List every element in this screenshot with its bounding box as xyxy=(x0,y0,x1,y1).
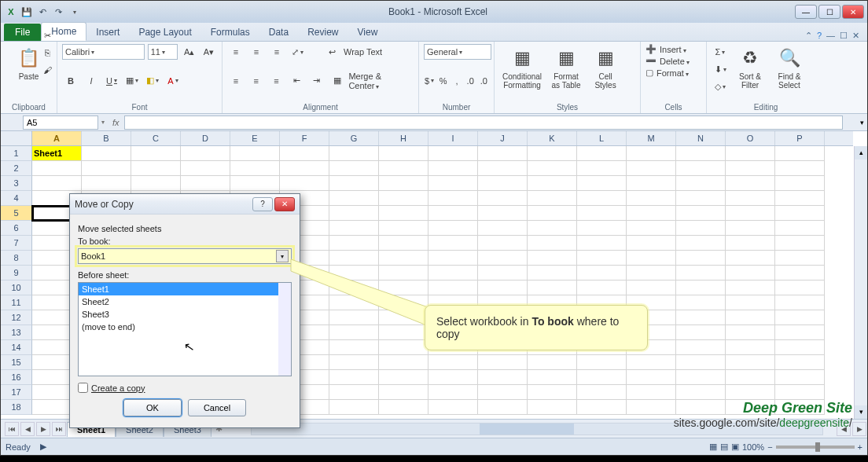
cell[interactable] xyxy=(230,176,280,191)
view-normal-icon[interactable]: ▦ xyxy=(709,442,717,452)
align-top-icon[interactable]: ≡ xyxy=(227,44,245,60)
cell[interactable] xyxy=(726,325,775,340)
cell[interactable] xyxy=(726,340,775,355)
zoom-in-icon[interactable]: + xyxy=(858,442,862,452)
expand-formula-icon[interactable]: ▾ xyxy=(857,119,867,126)
cell[interactable] xyxy=(181,146,230,161)
cell[interactable] xyxy=(528,251,577,266)
cell[interactable] xyxy=(577,236,627,251)
cell[interactable] xyxy=(478,385,528,400)
sort-filter-button[interactable]: ♻Sort & Filter xyxy=(732,44,768,91)
cell[interactable] xyxy=(329,385,379,400)
cell[interactable] xyxy=(775,370,825,385)
doc-restore-icon[interactable]: ☐ xyxy=(840,31,848,41)
ok-button[interactable]: OK xyxy=(123,399,182,416)
cell[interactable] xyxy=(478,355,528,370)
cell[interactable] xyxy=(726,310,775,325)
cell[interactable] xyxy=(428,221,478,236)
cell[interactable] xyxy=(627,251,676,266)
cell[interactable] xyxy=(379,236,428,251)
cell[interactable] xyxy=(775,266,825,280)
cell[interactable] xyxy=(726,191,775,206)
clear-icon[interactable]: ◇ xyxy=(712,79,729,94)
percent-icon[interactable]: % xyxy=(438,73,448,89)
italic-button[interactable]: I xyxy=(83,73,100,89)
column-header[interactable]: K xyxy=(528,131,577,145)
cell[interactable] xyxy=(577,221,627,236)
cell[interactable] xyxy=(627,146,676,161)
cell[interactable] xyxy=(676,355,726,370)
decrease-indent-icon[interactable]: ⇤ xyxy=(288,73,305,89)
row-header[interactable]: 13 xyxy=(1,325,32,340)
cell[interactable] xyxy=(528,221,577,236)
cell[interactable] xyxy=(528,355,577,370)
name-box[interactable]: A5 xyxy=(23,116,98,130)
decrease-decimal-icon[interactable]: .0 xyxy=(479,73,489,89)
align-bottom-icon[interactable]: ≡ xyxy=(268,44,285,60)
cell[interactable] xyxy=(775,161,825,176)
row-header[interactable]: 18 xyxy=(1,400,32,415)
file-tab[interactable]: File xyxy=(4,24,41,41)
cell[interactable] xyxy=(627,161,676,176)
cell[interactable] xyxy=(627,355,676,370)
cell[interactable] xyxy=(775,251,825,266)
cell[interactable] xyxy=(577,251,627,266)
cell[interactable] xyxy=(528,206,577,221)
cell[interactable] xyxy=(577,206,627,221)
cell[interactable] xyxy=(478,400,528,415)
cell[interactable] xyxy=(676,370,726,385)
cell[interactable] xyxy=(726,206,775,221)
list-item[interactable]: Sheet2 xyxy=(79,295,291,308)
cell[interactable] xyxy=(577,355,627,370)
cell[interactable] xyxy=(428,370,478,385)
maximize-button[interactable]: ☐ xyxy=(818,5,840,19)
formula-input[interactable] xyxy=(124,116,843,130)
merge-center-button[interactable]: Merge & Center xyxy=(348,72,414,90)
cell[interactable] xyxy=(428,266,478,280)
cell[interactable] xyxy=(329,280,379,295)
cell[interactable] xyxy=(676,176,726,191)
cell[interactable] xyxy=(627,400,676,415)
cell[interactable] xyxy=(726,221,775,236)
cell[interactable] xyxy=(478,191,528,206)
cell[interactable] xyxy=(775,340,825,355)
cell[interactable] xyxy=(528,176,577,191)
cell[interactable] xyxy=(230,146,280,161)
close-button[interactable]: ✕ xyxy=(842,5,864,19)
row-header[interactable]: 11 xyxy=(1,295,32,310)
cell[interactable] xyxy=(379,295,428,310)
cell[interactable] xyxy=(726,176,775,191)
cell[interactable] xyxy=(329,236,379,251)
fx-icon[interactable]: fx xyxy=(108,118,124,127)
cell[interactable] xyxy=(775,191,825,206)
row-header[interactable]: 3 xyxy=(1,176,32,191)
cell[interactable] xyxy=(478,146,528,161)
cell[interactable] xyxy=(577,146,627,161)
cell[interactable] xyxy=(775,325,825,340)
cell[interactable] xyxy=(775,355,825,370)
row-header[interactable]: 5 xyxy=(1,206,32,221)
redo-icon[interactable]: ↷ xyxy=(51,5,65,19)
row-header[interactable]: 15 xyxy=(1,355,32,370)
cell[interactable] xyxy=(775,310,825,325)
cell[interactable] xyxy=(528,400,577,415)
column-header[interactable]: N xyxy=(676,131,726,145)
scroll-right-icon[interactable]: ▶ xyxy=(852,422,866,436)
cell[interactable] xyxy=(775,206,825,221)
cell[interactable] xyxy=(577,176,627,191)
column-header[interactable]: E xyxy=(230,131,280,145)
to-book-dropdown-icon[interactable]: ▾ xyxy=(276,250,289,262)
cell[interactable] xyxy=(379,146,428,161)
align-left-icon[interactable]: ≡ xyxy=(227,73,245,89)
column-header[interactable]: H xyxy=(379,131,428,145)
delete-cells-button[interactable]: ➖Delete xyxy=(645,56,701,66)
format-painter-icon[interactable]: 🖌 xyxy=(39,62,56,78)
tab-page-layout[interactable]: Page Layout xyxy=(129,24,200,41)
cell[interactable] xyxy=(82,146,131,161)
cell[interactable] xyxy=(329,266,379,280)
fill-color-icon[interactable]: ◧ xyxy=(144,73,161,89)
before-sheet-listbox[interactable]: Sheet1 Sheet2 Sheet3 (move to end) xyxy=(78,282,292,376)
align-right-icon[interactable]: ≡ xyxy=(267,73,285,89)
cell[interactable] xyxy=(676,146,726,161)
cell[interactable] xyxy=(528,236,577,251)
